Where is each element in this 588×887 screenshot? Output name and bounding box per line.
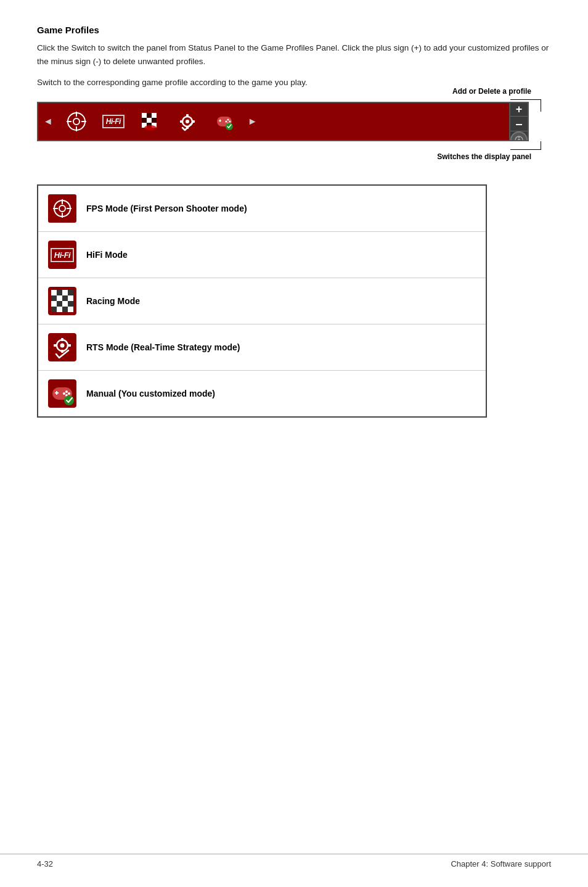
svg-point-75 xyxy=(64,395,74,405)
svg-rect-47 xyxy=(68,290,73,295)
profile-bar: ◄ Hi-Fi xyxy=(37,102,529,141)
fps-mode-row[interactable]: FPS Mode (First Person Shooter mode) xyxy=(38,186,486,232)
side-buttons-panel: + – xyxy=(509,102,529,141)
svg-rect-53 xyxy=(57,301,62,307)
switches-callout-line-h xyxy=(510,149,541,150)
svg-point-28 xyxy=(227,119,229,121)
svg-point-71 xyxy=(65,390,68,393)
svg-rect-44 xyxy=(51,290,57,295)
svg-point-19 xyxy=(186,120,189,123)
switches-callout-line-v xyxy=(541,141,541,150)
mode-list: FPS Mode (First Person Shooter mode) Hi-… xyxy=(37,184,487,418)
svg-rect-56 xyxy=(51,307,57,312)
svg-rect-57 xyxy=(57,307,62,312)
svg-rect-64 xyxy=(61,350,63,353)
svg-point-73 xyxy=(63,392,65,395)
fps-profile-icon[interactable] xyxy=(60,105,92,138)
manual-mode-icon xyxy=(48,379,76,408)
svg-rect-52 xyxy=(51,301,57,307)
svg-point-34 xyxy=(518,139,520,141)
manual-mode-row[interactable]: Manual (You customized mode) xyxy=(38,371,486,416)
svg-point-16 xyxy=(144,125,157,130)
svg-rect-70 xyxy=(56,391,57,395)
svg-point-1 xyxy=(73,118,80,125)
add-delete-callout-line-v xyxy=(541,99,541,112)
rts-mode-label: RTS Mode (Real-Time Strategy mode) xyxy=(86,342,240,352)
svg-rect-48 xyxy=(51,295,57,301)
description-para2: Switch to the corresponding game profile… xyxy=(37,78,551,87)
svg-point-62 xyxy=(60,344,65,348)
hifi-mode-label: HiFi Mode xyxy=(86,250,128,260)
svg-rect-50 xyxy=(62,295,68,301)
svg-rect-63 xyxy=(61,338,63,341)
manual-mode-label: Manual (You customized mode) xyxy=(86,389,215,398)
hifi-mode-row[interactable]: Hi-Fi HiFi Mode xyxy=(38,232,486,278)
svg-rect-65 xyxy=(54,344,57,347)
svg-rect-7 xyxy=(142,113,147,118)
page-number: 4-32 xyxy=(37,859,53,868)
hifi-mode-icon: Hi-Fi xyxy=(48,241,76,269)
switch-display-button[interactable] xyxy=(510,131,528,141)
add-delete-label: Add or Delete a profile xyxy=(452,87,531,96)
racing-mode-icon xyxy=(48,287,76,315)
svg-rect-51 xyxy=(68,295,73,301)
fps-mode-icon xyxy=(48,194,76,223)
page-footer: 4-32 Chapter 4: Software support xyxy=(0,854,588,868)
svg-rect-8 xyxy=(147,113,152,118)
svg-rect-11 xyxy=(147,118,152,123)
svg-rect-59 xyxy=(68,307,73,312)
svg-rect-55 xyxy=(68,301,73,307)
svg-rect-54 xyxy=(62,301,68,307)
svg-rect-10 xyxy=(142,118,147,123)
racing-profile-icon[interactable] xyxy=(134,105,166,138)
svg-point-30 xyxy=(225,121,227,123)
fps-mode-label: FPS Mode (First Person Shooter mode) xyxy=(86,204,247,213)
svg-rect-20 xyxy=(186,114,189,117)
add-delete-callout-line-h xyxy=(510,99,541,100)
chapter-label: Chapter 4: Software support xyxy=(451,859,551,868)
hifi-profile-icon[interactable]: Hi-Fi xyxy=(97,105,129,138)
rts-profile-icon[interactable] xyxy=(171,105,203,138)
svg-rect-12 xyxy=(152,118,157,123)
svg-rect-49 xyxy=(57,295,62,301)
manual-profile-icon[interactable] xyxy=(208,105,240,138)
add-profile-button[interactable]: + xyxy=(510,103,528,117)
svg-rect-9 xyxy=(152,113,157,118)
section-title: Game Profiles xyxy=(37,25,551,35)
svg-rect-58 xyxy=(62,307,68,312)
svg-rect-45 xyxy=(57,290,62,295)
svg-rect-27 xyxy=(219,120,221,122)
svg-rect-35 xyxy=(518,136,520,138)
racing-mode-row[interactable]: Racing Mode xyxy=(38,278,486,324)
delete-profile-button[interactable]: – xyxy=(510,117,528,131)
nav-left-arrow[interactable]: ◄ xyxy=(41,113,55,130)
nav-right-arrow[interactable]: ► xyxy=(245,113,260,130)
switches-panel-label: Switches the display panel xyxy=(437,152,531,161)
svg-point-29 xyxy=(229,121,231,123)
description-para1: Click the Switch to switch the panel fro… xyxy=(37,41,551,68)
rts-mode-row[interactable]: RTS Mode (Real-Time Strategy mode) xyxy=(38,324,486,371)
svg-point-72 xyxy=(68,392,70,395)
svg-rect-22 xyxy=(180,120,183,123)
racing-mode-label: Racing Mode xyxy=(86,296,140,306)
svg-rect-46 xyxy=(62,290,68,295)
rts-mode-icon xyxy=(48,333,76,361)
svg-rect-66 xyxy=(68,344,71,347)
